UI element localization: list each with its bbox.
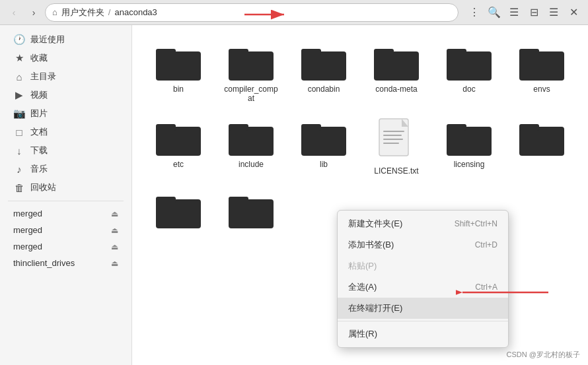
recent-icon: 🕐	[13, 34, 25, 46]
folder-bin-label: bin	[173, 84, 184, 94]
sidebar-label-thinclient: thinclient_drives	[13, 258, 75, 268]
back-button[interactable]: ‹	[5, 4, 22, 21]
menu-label-add-bookmark: 添加书签(B)	[348, 239, 394, 251]
menu-shortcut-new-folder: Shift+Ctrl+N	[455, 219, 497, 228]
menu-item-paste: 粘贴(P)	[338, 255, 508, 277]
photos-icon: 📷	[13, 108, 25, 119]
view-icon-button[interactable]: ☰	[544, 3, 563, 22]
svg-rect-10	[447, 51, 492, 81]
svg-rect-14	[156, 127, 201, 156]
menu-item-properties[interactable]: 属性(R)	[338, 323, 508, 345]
folder-extra-2[interactable]	[145, 186, 211, 236]
sidebar-label-merged-2: merged	[13, 225, 42, 235]
sidebar-item-merged-1[interactable]: merged ⏏	[3, 205, 129, 222]
context-menu: 新建文件夹(E) Shift+Ctrl+N 添加书签(B) Ctrl+D 粘贴(…	[337, 210, 509, 348]
menu-label-properties: 属性(R)	[348, 328, 377, 340]
home-icon: ⌂	[52, 7, 57, 17]
svg-rect-25	[383, 143, 399, 144]
folder-compiler-compat-icon	[227, 42, 275, 82]
svg-rect-13	[519, 49, 539, 55]
folder-extra-3-icon	[227, 190, 275, 230]
sidebar-item-merged-2[interactable]: merged ⏏	[3, 222, 129, 238]
forward-button[interactable]: ›	[25, 4, 42, 21]
svg-rect-12	[519, 51, 564, 81]
folder-doc[interactable]: doc	[436, 38, 502, 107]
sidebar-item-merged-3[interactable]: merged ⏏	[3, 238, 129, 255]
svg-rect-22	[383, 131, 404, 132]
sidebar-item-home[interactable]: ⌂ 主目录	[3, 67, 129, 86]
sidebar-label-home: 主目录	[30, 71, 56, 83]
folder-extra-1[interactable]	[509, 114, 575, 180]
view-list-button[interactable]: ☰	[505, 3, 523, 22]
folder-etc[interactable]: etc	[145, 114, 211, 180]
svg-rect-4	[229, 51, 274, 81]
breadcrumb-home[interactable]: 用户文件夹	[61, 7, 104, 18]
svg-rect-9	[374, 49, 394, 55]
svg-rect-28	[519, 127, 564, 156]
view-toggle-button[interactable]: ⊟	[525, 3, 543, 22]
folder-condabin[interactable]: condabin	[291, 38, 357, 107]
svg-rect-11	[447, 49, 466, 55]
folder-extra-3[interactable]	[218, 186, 284, 236]
folder-compiler-compat-label: compiler_compat	[222, 84, 280, 103]
music-icon: ♪	[13, 164, 25, 175]
sidebar-label-music: 音乐	[30, 163, 48, 175]
folder-lib[interactable]: lib	[291, 114, 357, 180]
menu-item-new-folder[interactable]: 新建文件夹(E) Shift+Ctrl+N	[338, 213, 508, 234]
sidebar-item-recent[interactable]: 🕐 最近使用	[3, 30, 129, 49]
folder-bin[interactable]: bin	[145, 38, 211, 107]
eject-icon-1[interactable]: ⏏	[111, 209, 118, 218]
folder-envs-label: envs	[533, 84, 550, 94]
sidebar-item-downloads[interactable]: ↓ 下载	[3, 141, 129, 160]
folder-conda-meta[interactable]: conda-meta	[363, 38, 429, 107]
menu-label-select-all: 全选(A)	[348, 281, 377, 293]
folder-licensing[interactable]: licensing	[436, 114, 502, 180]
docs-icon: □	[13, 127, 25, 138]
breadcrumb-current[interactable]: anaconda3	[114, 7, 157, 17]
menu-label-paste: 粘贴(P)	[348, 260, 377, 272]
more-options-button[interactable]: ⋮	[465, 3, 484, 22]
svg-rect-2	[156, 51, 201, 81]
folder-conda-meta-label: conda-meta	[375, 84, 417, 94]
sidebar-item-bookmarks[interactable]: ★ 收藏	[3, 49, 129, 67]
menu-item-add-bookmark[interactable]: 添加书签(B) Ctrl+D	[338, 234, 508, 255]
eject-icon-3[interactable]: ⏏	[111, 242, 118, 251]
sidebar: 🕐 最近使用 ★ 收藏 ⌂ 主目录 ▶ 视频 📷 图片 □ 文档 ↓ 下载 ♪	[0, 25, 132, 365]
search-button[interactable]: 🔍	[485, 3, 503, 22]
svg-rect-8	[374, 51, 419, 81]
menu-item-select-all[interactable]: 全选(A) Ctrl+A	[338, 277, 508, 298]
folder-envs[interactable]: envs	[509, 38, 575, 107]
folder-include[interactable]: include	[218, 114, 284, 180]
eject-icon-4[interactable]: ⏏	[111, 259, 118, 268]
file-license[interactable]: LICENSE.txt	[363, 114, 429, 180]
sidebar-item-trash[interactable]: 🗑 回收站	[3, 178, 129, 197]
sidebar-item-videos[interactable]: ▶ 视频	[3, 86, 129, 104]
folder-extra-2-icon	[155, 190, 202, 230]
sidebar-item-music[interactable]: ♪ 音乐	[3, 160, 129, 178]
arrow-annotation	[238, 8, 291, 21]
address-bar[interactable]: ⌂ 用户文件夹 / anaconda3	[45, 3, 459, 22]
folder-lib-label: lib	[320, 160, 328, 169]
menu-item-open-terminal[interactable]: 在终端打开(E)	[338, 298, 508, 319]
sidebar-label-trash: 回收站	[30, 182, 56, 193]
sidebar-item-docs[interactable]: □ 文档	[3, 123, 129, 141]
sidebar-label-merged-3: merged	[13, 242, 42, 251]
folder-bin-icon	[155, 42, 202, 82]
sidebar-label-merged-1: merged	[13, 209, 42, 218]
file-license-icon	[377, 117, 416, 164]
sidebar-label-downloads: 下载	[30, 145, 48, 156]
svg-rect-30	[156, 199, 201, 228]
svg-rect-24	[383, 139, 403, 140]
svg-rect-17	[229, 124, 248, 131]
sidebar-item-thinclient[interactable]: thinclient_drives ⏏	[3, 255, 129, 271]
eject-icon-2[interactable]: ⏏	[111, 226, 118, 235]
file-area[interactable]: bin compiler_compat condabin	[132, 25, 588, 365]
sidebar-item-photos[interactable]: 📷 图片	[3, 104, 129, 123]
close-button[interactable]: ✕	[564, 3, 583, 22]
folder-compiler-compat[interactable]: compiler_compat	[218, 38, 284, 107]
videos-icon: ▶	[13, 89, 25, 101]
watermark: CSDN @罗北村的板子	[507, 350, 580, 360]
folder-envs-icon	[518, 42, 566, 82]
folder-condabin-label: condabin	[308, 84, 340, 94]
folder-etc-icon	[155, 117, 202, 157]
